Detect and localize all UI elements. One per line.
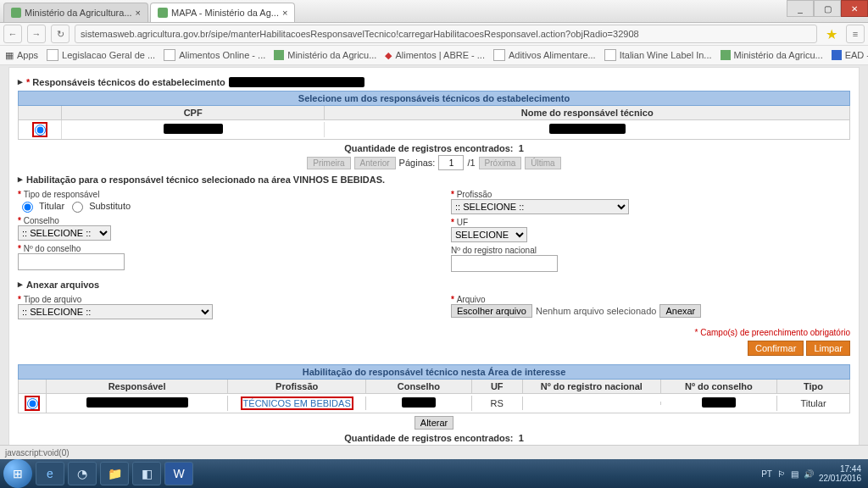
tray-clock[interactable]: 17:44 22/01/2016 bbox=[819, 464, 861, 483]
select-conselho[interactable]: :: SELECIONE :: bbox=[18, 225, 111, 241]
confirmar-button[interactable]: Confirmar bbox=[748, 341, 804, 356]
col-prof: Profissão bbox=[228, 380, 366, 393]
windows-taskbar: ⊞ e ◔ 📁 ◧ W PT 🏳 ▤ 🔊 17:44 22/01/2016 bbox=[0, 459, 868, 488]
bookmark-item[interactable]: Aditivos Alimentare... bbox=[493, 49, 596, 61]
browser-tabstrip: Ministério da Agricultura...× MAPA - Min… bbox=[0, 0, 868, 23]
bookmark-item[interactable]: EAD - Educação a di... bbox=[832, 50, 868, 60]
redacted-text bbox=[164, 124, 223, 134]
choose-file-button[interactable]: Escolher arquivo bbox=[451, 304, 532, 318]
table2-caption: Habilitação do responsável técnico nesta… bbox=[18, 364, 850, 380]
radio-input[interactable] bbox=[35, 125, 46, 136]
bookmark-item[interactable]: Ministério da Agricu... bbox=[721, 50, 823, 60]
favicon bbox=[832, 50, 842, 60]
select-tipo-arquivo[interactable]: :: SELECIONE :: bbox=[18, 304, 213, 319]
radio-titular[interactable] bbox=[22, 202, 33, 213]
browser-toolbar: ← → ↻ sistemasweb.agricultura.gov.br/sip… bbox=[0, 23, 868, 46]
pager-count: Quantidade de registros encontrados: 1 bbox=[344, 433, 524, 443]
browser-tab-2[interactable]: MAPA - Ministério da Ag...× bbox=[150, 3, 295, 22]
radio-input[interactable] bbox=[27, 398, 38, 409]
page-icon bbox=[493, 49, 505, 61]
back-button[interactable]: ← bbox=[3, 25, 22, 43]
label-conselho: Conselho bbox=[18, 216, 417, 225]
pager-last[interactable]: Última bbox=[525, 157, 560, 169]
favicon bbox=[721, 50, 731, 60]
label-uf: UF bbox=[451, 218, 850, 227]
select-profissao[interactable]: :: SELECIONE :: bbox=[451, 199, 629, 214]
pager-next[interactable]: Próxima bbox=[479, 157, 522, 169]
label-profissao: Profissão bbox=[451, 190, 850, 199]
start-button[interactable]: ⊞ bbox=[3, 459, 32, 488]
task-ie[interactable]: e bbox=[36, 462, 64, 485]
tray-time: 17:44 bbox=[819, 464, 861, 474]
bookmark-item[interactable]: Italian Wine Label In... bbox=[604, 49, 712, 61]
page-icon bbox=[604, 49, 616, 61]
anexar-button[interactable]: Anexar bbox=[659, 304, 701, 318]
tray-sound-icon[interactable]: 🔊 bbox=[804, 469, 814, 479]
pager-count: Quantidade de registros encontrados: 1 bbox=[344, 143, 524, 153]
redacted-text bbox=[86, 397, 188, 408]
input-nreg[interactable] bbox=[451, 255, 558, 272]
system-tray: PT 🏳 ▤ 🔊 17:44 22/01/2016 bbox=[761, 464, 865, 483]
close-window-button[interactable]: ✕ bbox=[841, 0, 868, 17]
expand-arrow-icon[interactable]: ▸ bbox=[18, 76, 23, 87]
address-bar[interactable]: sistemasweb.agricultura.gov.br/sipe/mant… bbox=[75, 25, 817, 43]
task-chrome[interactable]: ◔ bbox=[68, 462, 97, 485]
task-app[interactable]: ◧ bbox=[132, 462, 161, 485]
favicon: ◆ bbox=[385, 50, 392, 61]
expand-arrow-icon[interactable]: ▸ bbox=[18, 279, 23, 290]
expand-arrow-icon[interactable]: ▸ bbox=[18, 174, 23, 185]
cell-tipo: Titular bbox=[777, 396, 849, 410]
alterar-row: Alterar bbox=[18, 416, 850, 430]
bookmark-item[interactable]: ◆Alimentos | ABRE - ... bbox=[385, 50, 485, 61]
label-nreg: Nº do registro nacional bbox=[451, 246, 850, 255]
browser-menu-icon[interactable]: ≡ bbox=[846, 25, 865, 43]
alterar-button[interactable]: Alterar bbox=[415, 416, 453, 430]
bookmark-item[interactable]: Alimentos Online - ... bbox=[164, 49, 265, 61]
maximize-button[interactable]: ▢ bbox=[814, 0, 841, 17]
forward-button[interactable]: → bbox=[27, 25, 46, 43]
prof-link[interactable]: TÉCNICOS EM BEBIDAS bbox=[243, 398, 351, 408]
label-arquivo: Arquivo bbox=[451, 295, 850, 304]
redacted-text bbox=[549, 124, 626, 134]
tab-label: Ministério da Agricultura... bbox=[25, 8, 132, 18]
label-nconselho: Nº do conselho bbox=[18, 244, 417, 253]
bookmark-star-icon[interactable]: ★ bbox=[822, 26, 841, 42]
minimize-button[interactable]: _ bbox=[787, 0, 814, 17]
row-radio[interactable] bbox=[32, 122, 47, 137]
row-radio[interactable] bbox=[25, 396, 40, 411]
tray-date: 22/01/2016 bbox=[819, 474, 861, 483]
bookmark-item[interactable]: Ministério da Agricu... bbox=[274, 50, 376, 60]
input-nconselho[interactable] bbox=[18, 253, 125, 270]
label-titular: Titular bbox=[39, 201, 64, 211]
table-row bbox=[18, 120, 850, 140]
tray-flag-icon[interactable]: 🏳 bbox=[777, 469, 786, 479]
table-caption: Selecione um dos responsáveis técnicos d… bbox=[18, 91, 850, 106]
browser-tab-1[interactable]: Ministério da Agricultura...× bbox=[3, 3, 148, 22]
close-tab-icon[interactable]: × bbox=[282, 8, 287, 18]
limpar-button[interactable]: Limpar bbox=[806, 341, 850, 356]
anexar-left: Tipo de arquivo :: SELECIONE :: bbox=[18, 295, 417, 319]
col-left: Tipo de responsável Titular Substituto C… bbox=[18, 190, 417, 272]
tray-lang[interactable]: PT bbox=[761, 469, 772, 479]
col-ncons: Nº do conselho bbox=[661, 380, 777, 393]
pager-page-input[interactable] bbox=[438, 155, 464, 170]
apps-shortcut[interactable]: ▦ Apps bbox=[5, 50, 38, 61]
tray-network-icon[interactable]: ▤ bbox=[791, 469, 798, 479]
col-select bbox=[19, 106, 62, 119]
pager-of: /1 bbox=[467, 158, 475, 168]
tipo-options: Titular Substituto bbox=[18, 199, 417, 213]
reload-button[interactable]: ↻ bbox=[51, 25, 70, 43]
pager-prev[interactable]: Anterior bbox=[354, 157, 396, 169]
close-tab-icon[interactable]: × bbox=[136, 8, 141, 18]
label-tipo: Tipo de responsável bbox=[18, 190, 417, 199]
bookmark-item[interactable]: Legislacao Geral de ... bbox=[47, 49, 155, 61]
task-word[interactable]: W bbox=[164, 462, 193, 485]
select-uf[interactable]: SELECIONE bbox=[451, 227, 527, 242]
pager-first[interactable]: Primeira bbox=[307, 157, 350, 169]
radio-substituto[interactable] bbox=[72, 202, 83, 213]
row-select-cell bbox=[19, 120, 62, 139]
col-cons: Conselho bbox=[366, 380, 471, 393]
redacted-text bbox=[229, 77, 364, 87]
table2-row: TÉCNICOS EM BEBIDAS RS Titular bbox=[18, 394, 850, 413]
task-folder[interactable]: 📁 bbox=[100, 462, 129, 485]
